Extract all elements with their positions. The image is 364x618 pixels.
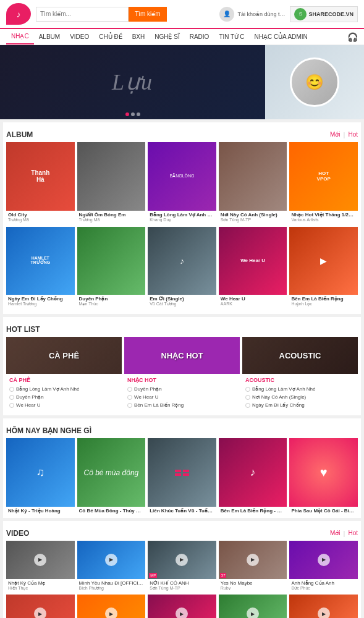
video-thumb: ▶	[77, 541, 146, 579]
nav-album[interactable]: ALBUM	[34, 30, 65, 44]
search-button[interactable]: Tìm kiếm	[129, 7, 167, 22]
video-item[interactable]: ▶ Bao Giờ Lấy Chồng? Bích Phương	[219, 595, 287, 618]
hot-nhachot-title: NHẠC HOT	[127, 377, 237, 383]
album-item[interactable]: ▶ Bên Em Là Biển Rộng Huỳnh Lộc	[289, 227, 358, 308]
play-button[interactable]: ▶	[247, 607, 259, 618]
video-item[interactable]: ▶ Erik Erik	[6, 595, 75, 618]
play-button[interactable]: ▶	[318, 554, 330, 566]
album-link-hot[interactable]: Hot	[348, 131, 358, 138]
hot-nhachot-header[interactable]: NHẠC HOT	[124, 337, 240, 374]
nav-tintuc[interactable]: TIN TỨC	[214, 30, 249, 44]
user-icon: 👤	[219, 7, 234, 22]
hot-nhachot-label: NHẠC HOT	[161, 351, 203, 360]
nav-nghesi[interactable]: NGHỆ SĨ	[150, 30, 184, 44]
hot-cafe-song1: Bằng Lòng Làm Vợ Anh Nhé	[16, 386, 80, 392]
login-text[interactable]: Tài khoản dùng thử | Đăng ký	[237, 11, 287, 17]
album-item[interactable]: Duyên Phận Mạn Thúc	[77, 227, 146, 308]
video-title: VIDEO	[6, 529, 29, 538]
today-item[interactable]: ♥ Phía Sau Một Cô Gái - Bích Phương	[289, 438, 358, 515]
banner-portrait: 😊	[290, 57, 339, 107]
album-item[interactable]: ♪ Em Ơi (Single) Vũ Cát Tường	[148, 227, 216, 308]
album-artist: Trương Mã	[8, 218, 73, 222]
play-button[interactable]: ▶	[176, 607, 188, 618]
album-item[interactable]: HOTVPOP Nhạc Hot Việt Tháng 1/2017 Vario…	[289, 142, 358, 224]
hot-cafe-body: CÀ PHÊ Bằng Lòng Làm Vợ Anh Nhé Duyên Ph…	[6, 374, 122, 412]
album-info: Bằng Lòng Làm Vợ Anh Nhé Khang Duy	[148, 211, 216, 223]
video-info: Mình Yêu Nhau Đi [OFFICIAL M...] Bích Ph…	[77, 579, 146, 592]
album-item[interactable]: HAMLETTRƯƠNG Ngày Em Đi Lấy Chồng Hamlet…	[6, 227, 75, 308]
video-title-text: Anh Nắng Của Anh	[291, 580, 356, 586]
hot-cafe-header[interactable]: CÀ PHÊ	[6, 337, 122, 374]
hot-cafe-item[interactable]: Duyên Phận	[9, 393, 119, 401]
album-thumb: ▶	[289, 227, 358, 295]
video-title-text: Mình Yêu Nhau Đi [OFFICIAL M...]	[79, 580, 144, 586]
today-grid: ♫ Nhật Ký - Triệu Hoàng Cô bé mùa đông C…	[6, 438, 358, 515]
nav-chude[interactable]: CHỦ ĐỀ	[94, 30, 127, 44]
video-item[interactable]: ▶ Nhật Ký Của Mẹ Hiền Thục	[6, 541, 75, 592]
album-item[interactable]: We Hear U We Hear U AARK	[219, 227, 287, 308]
today-item[interactable]: Liên Khúc Tuấn Vũ - Tuấn Vũ	[148, 438, 216, 515]
sharecode-logo: S	[294, 8, 307, 20]
radio-dot	[127, 403, 132, 408]
today-thumb	[148, 438, 216, 507]
hot-nhachot-item[interactable]: We Hear U	[127, 393, 237, 401]
album-item[interactable]: ThanhHà Old City Trương Mã	[6, 142, 75, 224]
video-link-hot[interactable]: Hot	[348, 530, 358, 537]
play-button[interactable]: ▶	[34, 554, 46, 566]
nav-nhaccuaadmin[interactable]: NHẠC CỦA ADMIN	[249, 30, 312, 44]
hot-category-acoustic: ACOUSTIC ACOUSTIC Bằng Lòng Làm Vợ Anh N…	[242, 337, 358, 412]
play-button[interactable]: ▶	[105, 554, 117, 566]
hot-acoustic-item[interactable]: Nơi Này Có Anh (Single)	[245, 393, 355, 401]
today-item[interactable]: Cô bé mùa đông Cô Bé Mùa Đông - Thúy Cải	[77, 438, 146, 515]
album-item[interactable]: Nơi Này Có Anh (Single) Sơn Tùng M-TP	[219, 142, 287, 224]
nav-nhac[interactable]: NHẠC	[6, 29, 34, 44]
album-artist: Hamlet Trương	[8, 302, 73, 307]
video-thumb: ▶	[289, 541, 358, 579]
video-item[interactable]: ▶ Mình Yêu Nhau Đi [OFFICIAL M...] Bích …	[77, 541, 146, 592]
video-item[interactable]: ▶ Anh Nắng Của Anh Đức Phúc	[289, 541, 358, 592]
hot-nhachot-item[interactable]: Bên Em Là Biển Rộng	[127, 401, 237, 409]
nav-video[interactable]: VIDEO	[65, 30, 94, 44]
today-item[interactable]: ♪ Bên Em Là Biển Rộng - Huỳnh Lộc	[219, 438, 287, 515]
dot-3[interactable]	[137, 112, 140, 116]
today-thumb: ♪	[219, 438, 287, 507]
video-item[interactable]: ▶ Million Years Ago Adele	[289, 595, 358, 618]
play-button[interactable]: ▶	[176, 554, 188, 566]
album-thumb	[219, 142, 287, 211]
video-title-text: NỞI KHÍ CÓ ANH	[150, 580, 214, 586]
video-artist: Ruby	[221, 586, 286, 590]
nav-bxh[interactable]: BXH	[127, 30, 150, 44]
album-info: Em Ơi (Single) Vũ Cát Tường	[148, 295, 216, 308]
search-input[interactable]	[36, 7, 129, 22]
nav-radio[interactable]: RADIO	[185, 30, 214, 44]
video-item[interactable]: ▶ Hồ Quang Hiếu Hồ Quang Hiếu	[77, 595, 146, 618]
album-artist: Various Artists	[291, 218, 356, 222]
video-item[interactable]: ▶ 37 Yes No Maybe Ruby	[219, 541, 287, 592]
hot-acoustic-item[interactable]: Bằng Lòng Làm Vợ Anh Nhé	[245, 385, 355, 393]
hot-cafe-item[interactable]: We Hear U	[9, 401, 119, 409]
hot-acoustic-item[interactable]: Ngày Em Đi Lấy Chồng	[245, 401, 355, 409]
hot-nhachot-item[interactable]: Duyên Phận	[127, 385, 237, 393]
album-item[interactable]: Người Ôm Bóng Em Trương Mã	[77, 142, 146, 224]
hot-acoustic-header[interactable]: ACOUSTIC	[242, 337, 358, 374]
video-thumb: ▶ MP	[148, 541, 216, 579]
video-thumb: ▶ 37	[219, 541, 287, 579]
play-button[interactable]: ▶	[34, 607, 46, 618]
album-item[interactable]: BẰNGLÒNG Bằng Lòng Làm Vợ Anh Nhé Khang …	[148, 142, 216, 224]
play-button[interactable]: ▶	[247, 554, 259, 566]
today-thumb: ♫	[6, 438, 75, 507]
video-item[interactable]: ▶ MP NỞI KHÍ CÓ ANH Sơn Tùng M-TP	[148, 541, 216, 592]
video-item[interactable]: ▶ MV LẠC NHAU CÓ PHẢI MUỐN ĐÓI Erik	[148, 595, 216, 618]
today-thumb: Cô bé mùa đông	[77, 438, 146, 507]
album-info: Old City Trương Mã	[6, 211, 75, 224]
dot-1[interactable]	[125, 112, 129, 116]
play-button[interactable]: ▶	[105, 607, 117, 618]
album-link-moi[interactable]: Mới	[330, 131, 341, 138]
video-link-moi[interactable]: Mới	[330, 530, 341, 537]
play-button[interactable]: ▶	[318, 607, 330, 618]
hot-cafe-song3: We Hear U	[16, 402, 40, 408]
album-title: ALBUM	[6, 130, 33, 139]
hot-cafe-item[interactable]: Bằng Lòng Làm Vợ Anh Nhé	[9, 385, 119, 393]
dot-2[interactable]	[131, 112, 135, 116]
today-item[interactable]: ♫ Nhật Ký - Triệu Hoàng	[6, 438, 75, 515]
